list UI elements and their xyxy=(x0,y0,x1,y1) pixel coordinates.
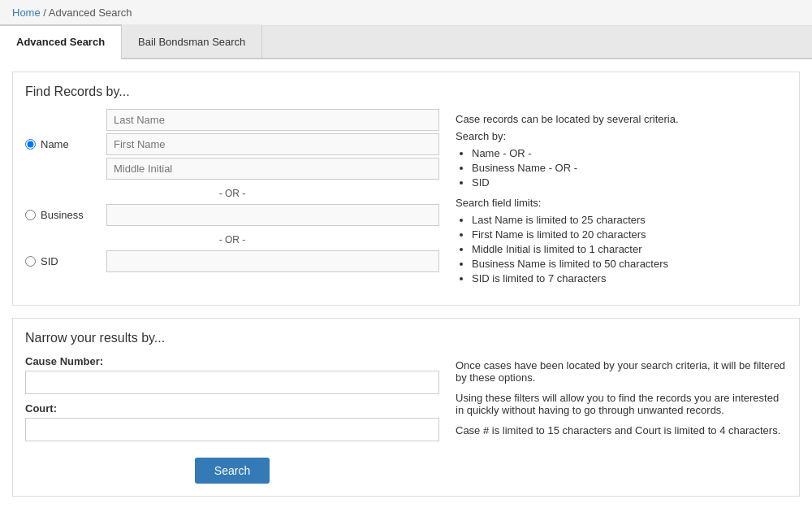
business-input[interactable] xyxy=(106,204,439,226)
find-records-section: Find Records by... Name - OR - xyxy=(12,72,800,306)
cause-number-label: Cause Number: xyxy=(25,355,439,367)
sid-input[interactable] xyxy=(106,250,439,272)
tabs-bar: Advanced Search Bail Bondsman Search xyxy=(0,26,812,59)
court-group: Court: xyxy=(25,402,439,441)
info-limits-list: Last Name is limited to 25 characters Fi… xyxy=(472,214,787,284)
business-radio[interactable] xyxy=(25,210,36,220)
name-radio[interactable] xyxy=(25,139,36,150)
limit-item-2: First Name is limited to 20 characters xyxy=(472,228,787,241)
business-label: Business xyxy=(41,209,84,221)
narrow-info-para2: Using these filters will allow you to fi… xyxy=(456,392,787,416)
search-button-row: Search xyxy=(25,449,439,484)
criteria-item-1: Name - OR - xyxy=(472,147,787,159)
or-divider-1: - OR - xyxy=(25,183,439,204)
find-records-info: Case records can be located by several c… xyxy=(456,109,787,293)
limit-item-3: Middle Initial is limited to 1 character xyxy=(472,243,787,255)
sid-radio[interactable] xyxy=(25,256,36,267)
tab-advanced-search[interactable]: Advanced Search xyxy=(0,24,122,59)
name-label-group: Name xyxy=(25,138,106,150)
limit-item-4: Business Name is limited to 50 character… xyxy=(472,258,787,270)
court-input[interactable] xyxy=(25,418,439,441)
sid-field-row: SID xyxy=(25,250,439,272)
middle-initial-input[interactable] xyxy=(106,158,439,180)
or-divider-2: - OR - xyxy=(25,229,439,250)
court-label: Court: xyxy=(25,402,439,415)
business-field-row: Business xyxy=(25,204,439,226)
main-content: Find Records by... Name - OR - xyxy=(0,59,812,508)
narrow-results-section: Narrow your results by... Cause Number: … xyxy=(12,318,800,497)
find-records-title: Find Records by... xyxy=(25,85,787,99)
criteria-item-2: Business Name - OR - xyxy=(472,162,787,174)
limit-item-5: SID is limited to 7 characters xyxy=(472,272,787,284)
name-inputs xyxy=(106,109,439,180)
info-limits-label: Search field limits: xyxy=(456,197,787,209)
narrow-info-para3: Case # is limited to 15 characters and C… xyxy=(456,424,787,436)
breadcrumb-current: Advanced Search xyxy=(49,7,132,19)
cause-number-group: Cause Number: xyxy=(25,355,439,394)
info-criteria-list: Name - OR - Business Name - OR - SID xyxy=(472,147,787,189)
find-records-left: Name - OR - Business xyxy=(25,109,439,293)
sid-label-group: SID xyxy=(25,255,106,267)
narrow-results-title: Narrow your results by... xyxy=(25,331,787,345)
info-intro: Case records can be located by several c… xyxy=(456,113,787,125)
search-button[interactable]: Search xyxy=(195,458,270,484)
name-label: Name xyxy=(41,138,69,150)
name-field-row: Name xyxy=(25,109,439,180)
breadcrumb-separator: / xyxy=(43,7,46,19)
last-name-input[interactable] xyxy=(106,109,439,131)
criteria-item-3: SID xyxy=(472,176,787,189)
breadcrumb: Home / Advanced Search xyxy=(0,0,812,26)
cause-number-input[interactable] xyxy=(25,371,439,394)
narrow-info-para1: Once cases have been located by your sea… xyxy=(456,359,787,384)
sid-label: SID xyxy=(41,255,58,267)
info-search-by-label: Search by: xyxy=(456,130,787,142)
breadcrumb-home-link[interactable]: Home xyxy=(12,7,41,19)
limit-item-1: Last Name is limited to 25 characters xyxy=(472,214,787,226)
narrow-results-info: Once cases have been located by your sea… xyxy=(456,355,787,484)
tab-bail-bondsman-search[interactable]: Bail Bondsman Search xyxy=(122,24,262,58)
narrow-results-left: Cause Number: Court: Search xyxy=(25,355,439,484)
business-label-group: Business xyxy=(25,209,106,221)
first-name-input[interactable] xyxy=(106,133,439,155)
